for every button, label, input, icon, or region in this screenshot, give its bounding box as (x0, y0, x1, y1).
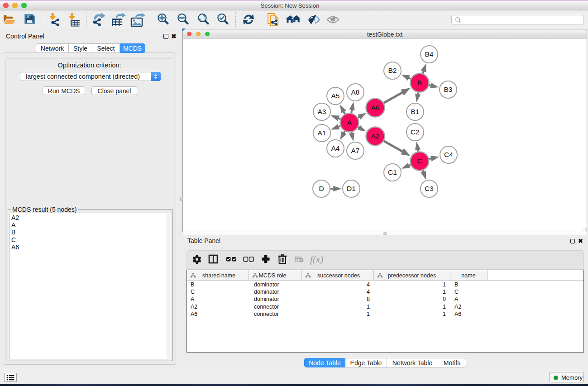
svg-text:D1: D1 (347, 185, 356, 192)
svg-text:A5: A5 (331, 92, 340, 100)
svg-text:B1: B1 (411, 108, 420, 115)
svg-text:C4: C4 (444, 151, 453, 158)
svg-text:B4: B4 (425, 50, 434, 58)
svg-text:B3: B3 (444, 86, 453, 93)
svg-text:A8: A8 (351, 88, 360, 96)
svg-text:A1: A1 (318, 129, 326, 137)
svg-text:C1: C1 (388, 168, 397, 176)
svg-text:A6: A6 (371, 104, 380, 111)
svg-text:name: name (461, 272, 475, 279)
svg-text:successor nodes: successor nodes (317, 272, 360, 279)
svg-text:C2: C2 (411, 128, 420, 136)
svg-text:C3: C3 (425, 185, 434, 192)
svg-text:predecessor nodes: predecessor nodes (388, 272, 436, 279)
svg-text:B2: B2 (388, 67, 397, 74)
svg-text:A2: A2 (371, 132, 380, 140)
svg-text:MCDS role: MCDS role (258, 272, 286, 279)
svg-text:B: B (417, 79, 422, 86)
svg-text:C: C (417, 157, 422, 165)
svg-text:A4: A4 (331, 144, 340, 152)
svg-text:A3: A3 (318, 108, 326, 115)
svg-text:shared name: shared name (202, 272, 235, 279)
svg-text:A: A (347, 119, 352, 126)
svg-text:f(x): f(x) (310, 254, 323, 265)
svg-text:D: D (319, 185, 324, 192)
svg-text:A7: A7 (351, 147, 360, 154)
